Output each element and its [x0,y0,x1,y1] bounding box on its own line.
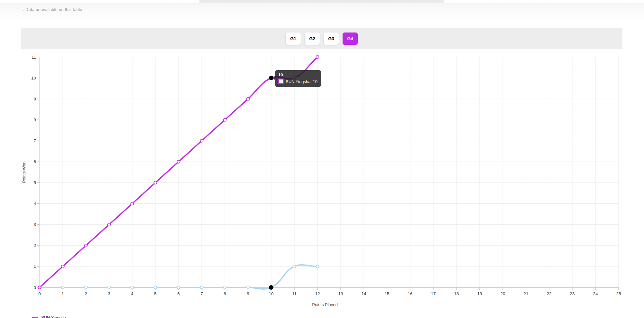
x-tick-label: 1 [61,291,64,296]
tab-g1[interactable]: G1 [286,33,301,45]
x-tick-label: 25 [616,291,621,296]
tooltip-title: 10 [278,72,317,77]
y-tick-label: 6 [33,159,36,164]
x-tick-label: 11 [292,291,297,296]
tab-g4[interactable]: G4 [343,33,358,45]
data-point-marker[interactable] [247,286,250,289]
x-tick-label: 24 [593,291,598,296]
top-bar-remnant-segment [199,0,444,3]
y-tick-label: 8 [33,117,36,122]
game-selector: G1G2G3G4 [21,28,622,49]
chart-region: 0123456789101101234567891011121314151617… [21,49,622,318]
data-point-marker[interactable] [154,286,157,289]
data-point-marker[interactable] [316,265,319,268]
data-point-marker[interactable] [108,223,111,226]
page: - : Data unavailable on this table. G1G2… [0,0,644,318]
y-tick-label: 2 [33,243,36,248]
tooltip-caret [273,76,275,80]
data-point-marker[interactable] [224,118,226,121]
x-tick-label: 2 [85,291,87,296]
data-point-marker[interactable] [61,265,64,268]
active-point[interactable] [269,76,273,80]
chart-tooltip: 10 SUN Yingsha: 10 [275,70,321,87]
y-tick-label: 10 [31,76,36,80]
tooltip-row: SUN Yingsha: 10 [278,79,317,84]
data-point-marker[interactable] [38,286,41,289]
x-tick-label: 5 [154,291,157,296]
y-tick-label: 5 [33,180,36,185]
data-point-marker[interactable] [108,286,111,289]
data-point-marker[interactable] [85,244,87,247]
legend-line-marker-icon [32,317,38,318]
x-tick-label: 8 [224,291,226,296]
data-point-marker[interactable] [85,286,87,289]
active-point[interactable] [269,285,273,290]
legend-label[interactable]: SUN Yingsha [41,315,66,318]
x-tick-label: 19 [477,291,482,296]
data-unavailable-note: - : Data unavailable on this table. [20,7,83,12]
y-tick-label: 11 [32,55,36,60]
series-color-marker-icon [278,79,284,84]
y-tick-label: 9 [33,97,36,101]
x-tick-label: 18 [454,291,459,296]
x-tick-label: 0 [38,291,41,296]
x-tick-label: 23 [570,291,575,296]
data-point-marker[interactable] [293,265,296,268]
x-tick-label: 4 [131,291,133,296]
y-tick-label: 3 [33,222,36,227]
x-axis-title: Points Played [312,302,338,307]
x-tick-label: 10 [269,291,273,296]
x-tick-label: 15 [384,291,389,296]
score-progression-chart[interactable]: 0123456789101101234567891011121314151617… [21,49,622,318]
y-tick-label: 0 [33,285,36,290]
y-tick-label: 7 [33,138,36,143]
data-point-marker[interactable] [224,286,226,289]
x-tick-label: 13 [338,291,343,296]
chart-card: G1G2G3G4 0123456789101101234567891011121… [21,28,622,318]
x-tick-label: 6 [177,291,180,296]
x-tick-label: 12 [315,291,320,296]
y-tick-label: 4 [33,201,36,206]
x-tick-label: 16 [408,291,412,296]
top-bar-remnant [0,0,644,3]
tab-g2[interactable]: G2 [305,33,320,45]
data-point-marker[interactable] [316,56,319,59]
data-point-marker[interactable] [61,286,64,289]
data-point-marker[interactable] [177,286,180,289]
x-tick-label: 20 [500,291,505,296]
x-tick-label: 17 [431,291,436,296]
data-point-marker[interactable] [200,286,203,289]
x-tick-label: 7 [200,291,203,296]
top-fade [0,3,644,20]
x-tick-label: 21 [523,291,528,296]
x-tick-label: 9 [247,291,249,296]
data-point-marker[interactable] [131,286,134,289]
y-tick-label: 1 [33,264,36,269]
x-tick-label: 3 [108,291,110,296]
data-point-marker[interactable] [131,202,134,205]
x-tick-label: 22 [547,291,551,296]
data-point-marker[interactable] [247,98,250,100]
data-point-marker[interactable] [177,160,180,163]
tooltip-text: SUN Yingsha: 10 [286,79,317,84]
data-point-marker[interactable] [200,139,203,142]
tab-g3[interactable]: G3 [324,33,339,45]
x-tick-label: 14 [361,291,366,296]
y-axis-title: Points Won [22,162,26,183]
chart-legend: SUN Yingsha [32,315,66,318]
data-point-marker[interactable] [154,181,157,184]
